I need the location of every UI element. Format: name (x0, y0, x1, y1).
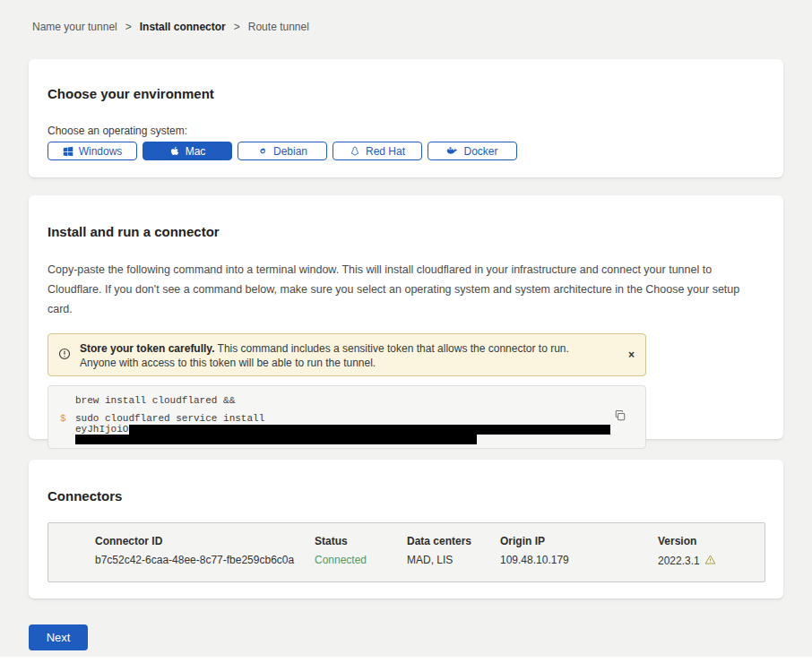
connectors-table: Connector ID Status Data centers Origin … (48, 522, 765, 582)
status-badge: Connected (315, 554, 407, 568)
data-centers-value: MAD, LIS (407, 554, 500, 568)
os-button-label: Mac (186, 145, 206, 158)
os-button-docker[interactable]: Docker (428, 142, 517, 160)
breadcrumb-item-route-tunnel[interactable]: Route tunnel (248, 21, 309, 33)
copy-icon (614, 411, 626, 425)
shell-prompt: $ (60, 413, 66, 424)
docker-whale-icon (446, 146, 458, 156)
os-button-group: Windows Mac Debian Red Hat Docker (48, 142, 764, 160)
close-warning-button[interactable]: × (628, 349, 635, 361)
apple-icon (169, 146, 180, 157)
column-header-origin-ip: Origin IP (500, 535, 658, 547)
next-button[interactable]: Next (29, 624, 88, 650)
connectors-card-title: Connectors (48, 488, 764, 504)
command-token-line: eyJhIjoiO (75, 424, 610, 435)
install-command-block: brew install cloudflared && $ sudo cloud… (48, 385, 646, 449)
os-button-label: Debian (273, 145, 307, 158)
windows-icon (63, 146, 73, 157)
linux-tux-icon (350, 146, 360, 157)
os-button-mac[interactable]: Mac (143, 142, 232, 160)
install-card-title: Install and run a connector (48, 224, 758, 239)
table-row: b7c52c42-6caa-48ee-8c77-fbe259cb6c0a Con… (95, 554, 764, 568)
breadcrumb-separator: > (234, 21, 240, 33)
table-header-row: Connector ID Status Data centers Origin … (95, 535, 764, 547)
origin-ip-value: 109.48.10.179 (500, 554, 658, 568)
install-description: Copy-paste the following command into a … (48, 260, 760, 319)
debian-swirl-icon (257, 146, 268, 157)
breadcrumb-separator: > (125, 21, 132, 33)
breadcrumb: Name your tunnel > Install connector > R… (0, 0, 812, 33)
breadcrumb-item-name-your-tunnel[interactable]: Name your tunnel (32, 21, 117, 33)
column-header-version: Version (658, 535, 764, 547)
column-header-data-centers: Data centers (407, 535, 500, 547)
environment-card-title: Choose your environment (48, 86, 764, 101)
version-warning-icon (704, 554, 716, 568)
os-button-windows[interactable]: Windows (48, 142, 137, 160)
token-warning-text: Store your token carefully. This command… (80, 341, 595, 370)
breadcrumb-item-install-connector[interactable]: Install connector (140, 21, 226, 33)
column-header-status: Status (315, 535, 407, 547)
alert-circle-icon (58, 348, 71, 364)
token-prefix: eyJhIjoiO (75, 424, 128, 435)
os-button-label: Red Hat (366, 145, 405, 158)
os-button-label: Windows (79, 145, 123, 158)
connector-id-value: b7c52c42-6caa-48ee-8c77-fbe259cb6c0a (95, 554, 315, 568)
environment-card: Choose your environment Choose an operat… (29, 59, 783, 177)
os-button-redhat[interactable]: Red Hat (333, 142, 422, 160)
column-header-connector-id: Connector ID (95, 535, 315, 547)
token-warning-banner: Store your token carefully. This command… (48, 333, 646, 376)
token-warning-bold: Store your token carefully. (80, 342, 215, 355)
command-line-1: brew install cloudflared && (75, 395, 235, 406)
footer-strip (0, 657, 812, 663)
redacted-token-bar (129, 425, 610, 435)
install-connector-card: Install and run a connector Copy-paste t… (29, 195, 783, 439)
connectors-card: Connectors Connector ID Status Data cent… (29, 460, 783, 598)
version-value: 2022.3.1 (658, 555, 700, 567)
os-button-debian[interactable]: Debian (238, 142, 327, 160)
command-line-2: sudo cloudflared service install (75, 413, 264, 424)
redacted-token-bar (75, 435, 477, 444)
os-button-label: Docker (463, 145, 497, 158)
copy-command-button[interactable] (614, 409, 626, 425)
os-select-label: Choose an operating system: (48, 125, 764, 137)
